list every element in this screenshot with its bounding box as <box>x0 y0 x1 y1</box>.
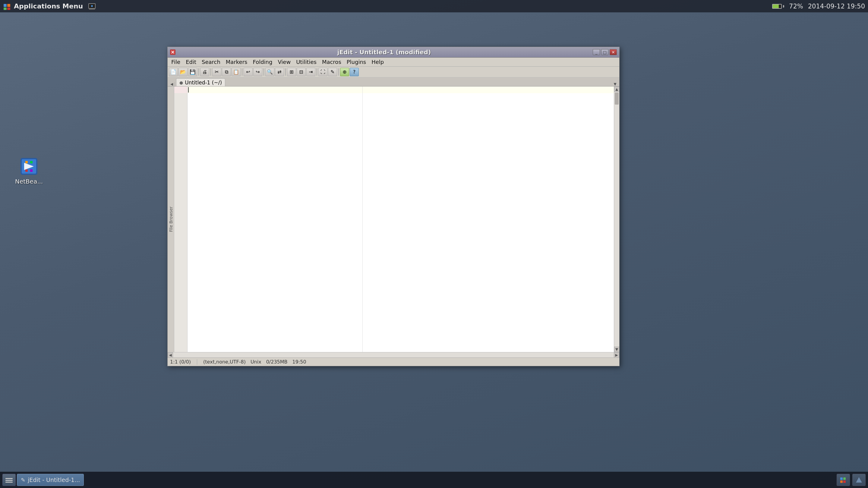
svg-rect-1 <box>7 4 10 7</box>
statusbar-sep-1 <box>197 359 197 365</box>
minimize-button[interactable]: _ <box>593 49 600 55</box>
menu-view[interactable]: View <box>275 58 293 66</box>
tab-scroll-icon[interactable]: ▼ <box>614 82 616 86</box>
toolbar-undo[interactable]: ↩ <box>244 68 253 76</box>
editor-area[interactable] <box>188 87 614 352</box>
gutter-line-marker <box>174 87 187 93</box>
taskbar-start-button[interactable] <box>2 474 16 486</box>
taskbar-right <box>837 474 866 486</box>
window-menubar: File Edit Search Markers Folding View Ut… <box>167 58 619 67</box>
editor-gutter <box>174 87 188 352</box>
toolbar-indent[interactable]: ⇥ <box>306 68 315 76</box>
tab-untitled[interactable]: ● Untitled-1 (~/) <box>176 78 225 86</box>
topbar-right: 72% 2014-09-12 19:50 <box>772 3 865 10</box>
svg-rect-5 <box>89 9 95 10</box>
svg-marker-24 <box>856 477 862 483</box>
window-close-icon[interactable] <box>170 50 176 55</box>
statusbar-position: 1:1 (0/0) <box>170 359 191 365</box>
toolbar-replace[interactable]: ⇄ <box>275 68 284 76</box>
taskbar-jedit-icon: ✎ <box>21 477 25 483</box>
tab-label: Untitled-1 (~/) <box>185 79 222 86</box>
window-tabbar: ◀ ● Untitled-1 (~/) ▼ <box>167 77 619 87</box>
toolbar-sep-4 <box>264 68 264 76</box>
menu-utilities[interactable]: Utilities <box>293 58 319 66</box>
svg-rect-22 <box>840 481 843 483</box>
svg-rect-2 <box>4 7 7 10</box>
maximize-button[interactable]: □ <box>601 49 609 55</box>
svg-rect-13 <box>25 169 28 172</box>
tab-left-arrow[interactable]: ◀ <box>170 82 173 86</box>
menu-edit[interactable]: Edit <box>183 58 199 66</box>
menu-file[interactable]: File <box>169 58 183 66</box>
svg-rect-18 <box>5 480 13 481</box>
svg-rect-19 <box>5 482 13 483</box>
toolbar-paste[interactable]: 📋 <box>231 68 241 76</box>
toolbar-cut[interactable]: ✂ <box>212 68 221 76</box>
scroll-track-v[interactable] <box>614 92 619 347</box>
editor-cursor <box>188 87 189 93</box>
toolbar-collapse[interactable]: ⊟ <box>297 68 306 76</box>
toolbar-open[interactable]: 📂 <box>179 68 188 76</box>
scroll-up-button[interactable]: ▲ <box>614 87 620 92</box>
toolbar-expand[interactable]: ⊞ <box>287 68 296 76</box>
svg-rect-0 <box>4 4 7 7</box>
horizontal-scrollbar[interactable]: ◀ ▶ <box>167 352 619 357</box>
window-title-left <box>170 50 176 55</box>
close-button[interactable]: ✕ <box>610 49 617 55</box>
toolbar-bookmark[interactable]: ⊕ <box>340 68 349 76</box>
svg-rect-20 <box>840 478 843 480</box>
menu-help[interactable]: Help <box>369 58 386 66</box>
menu-folding[interactable]: Folding <box>250 58 275 66</box>
applications-menu-label[interactable]: Applications Menu <box>14 2 83 10</box>
svg-rect-11 <box>25 161 28 163</box>
toolbar-help[interactable]: ? <box>350 68 359 76</box>
battery-fill <box>773 4 779 8</box>
taskbar-extra-btn[interactable] <box>852 474 866 486</box>
scroll-thumb-v[interactable] <box>615 93 619 105</box>
statusbar-encoding: (text,none,UTF-8) <box>203 359 246 365</box>
battery-tip <box>783 5 784 7</box>
editor-split-line <box>362 87 363 352</box>
statusbar-memory: 0/235MB <box>266 359 288 365</box>
taskbar-notification-btn[interactable] <box>837 474 850 486</box>
battery-percent: 72% <box>789 3 803 10</box>
scroll-left-button[interactable]: ◀ <box>167 352 173 358</box>
toolbar-sep-2 <box>211 68 211 76</box>
toolbar-redo[interactable]: ↪ <box>253 68 262 76</box>
file-browser-panel: File Browser <box>167 87 174 352</box>
window-titlebar: jEdit - Untitled-1 (modified) _ □ ✕ <box>167 47 619 58</box>
scroll-down-button[interactable]: ▼ <box>614 347 620 352</box>
toolbar-edit[interactable]: ✎ <box>328 68 337 76</box>
toolbar-save[interactable]: 💾 <box>188 68 197 76</box>
datetime: 2014-09-12 19:50 <box>808 3 865 10</box>
svg-rect-21 <box>843 478 846 480</box>
menu-plugins[interactable]: Plugins <box>344 58 368 66</box>
toolbar-print[interactable]: 🖨 <box>200 68 209 76</box>
menu-search[interactable]: Search <box>199 58 223 66</box>
taskbar-jedit-item[interactable]: ✎ jEdit - Untitled-1... <box>17 474 84 486</box>
toolbar-new[interactable]: 📄 <box>169 68 178 76</box>
window-toolbar: 📄 📂 💾 🖨 ✂ ⧉ 📋 ↩ ↪ 🔍 ⇄ ⊞ ⊟ ⇥ ⛶ ✎ ⊕ ? <box>167 67 619 77</box>
scroll-track-h[interactable] <box>173 352 614 357</box>
toolbar-zoom[interactable]: ⛶ <box>318 68 328 76</box>
file-browser-label: File Browser <box>168 206 173 232</box>
toolbar-sep-6 <box>316 68 317 76</box>
toolbar-copy[interactable]: ⧉ <box>222 68 231 76</box>
battery-indicator <box>772 4 784 9</box>
svg-rect-3 <box>7 7 10 10</box>
jedit-window: jEdit - Untitled-1 (modified) _ □ ✕ File… <box>167 47 620 366</box>
toolbar-sep-5 <box>285 68 286 76</box>
taskbar: ✎ jEdit - Untitled-1... <box>0 472 868 488</box>
vertical-scrollbar[interactable]: ▲ ▼ <box>614 87 619 352</box>
window-controls: _ □ ✕ <box>593 49 617 55</box>
menu-macros[interactable]: Macros <box>319 58 344 66</box>
scroll-right-button[interactable]: ▶ <box>614 352 619 358</box>
topbar-left: Applications Menu <box>3 2 96 10</box>
applications-menu-icon[interactable] <box>3 2 11 10</box>
tab-modified-icon: ● <box>179 80 183 85</box>
window-title: jEdit - Untitled-1 (modified) <box>337 48 431 56</box>
menu-markers[interactable]: Markers <box>223 58 250 66</box>
highlight-line <box>188 87 614 93</box>
toolbar-search[interactable]: 🔍 <box>265 68 274 76</box>
netbeans-icon[interactable]: NetBea... <box>15 157 43 185</box>
